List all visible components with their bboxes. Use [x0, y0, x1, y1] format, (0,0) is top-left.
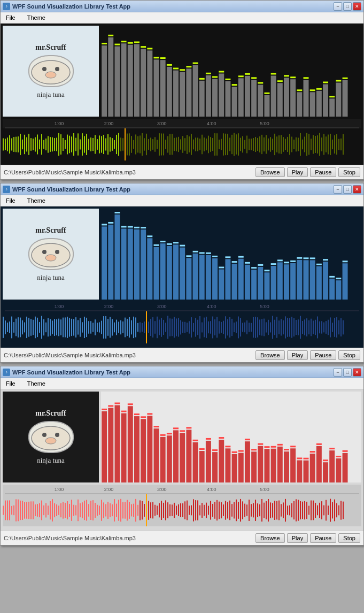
svg-rect-62	[290, 79, 296, 117]
svg-rect-695	[253, 503, 254, 518]
close-button-2[interactable]: ✕	[353, 185, 361, 194]
svg-rect-524	[193, 442, 198, 482]
browse-button-1[interactable]: Browse	[255, 167, 285, 177]
svg-rect-197	[240, 138, 241, 151]
svg-rect-682	[225, 501, 226, 519]
browse-button-3[interactable]: Browse	[255, 533, 285, 543]
svg-rect-586	[20, 501, 21, 520]
svg-rect-342	[24, 323, 25, 333]
play-button-2[interactable]: Play	[287, 350, 308, 360]
svg-text:5:00: 5:00	[260, 304, 269, 309]
svg-rect-165	[172, 134, 173, 155]
svg-rect-392	[131, 320, 132, 335]
svg-rect-405	[159, 320, 160, 335]
svg-rect-116	[67, 135, 68, 155]
waveform-1[interactable]	[3, 128, 361, 160]
file-menu-1[interactable]: File	[3, 13, 19, 22]
svg-rect-587	[22, 501, 23, 520]
svg-rect-266	[154, 247, 159, 300]
stop-button-2[interactable]: Stop	[338, 350, 360, 360]
file-menu-3[interactable]: File	[3, 379, 19, 388]
svg-rect-15	[134, 41, 140, 43]
svg-rect-335	[9, 321, 10, 333]
svg-rect-370	[84, 317, 85, 338]
svg-rect-689	[240, 499, 241, 522]
svg-rect-114	[63, 138, 64, 151]
maximize-button-2[interactable]: □	[343, 185, 352, 194]
svg-rect-308	[290, 263, 296, 300]
svg-rect-118	[71, 136, 72, 152]
svg-rect-190	[225, 134, 226, 155]
svg-rect-236	[323, 134, 324, 155]
svg-rect-626	[105, 504, 106, 516]
svg-point-249	[45, 255, 56, 261]
svg-rect-534	[225, 448, 230, 482]
svg-rect-422	[195, 318, 196, 336]
svg-rect-521	[180, 430, 185, 432]
close-button-1[interactable]: ✕	[353, 2, 361, 11]
svg-rect-279	[193, 251, 198, 252]
minimize-button-1[interactable]: −	[334, 2, 342, 11]
svg-rect-554	[290, 448, 296, 482]
waveform-2[interactable]	[3, 311, 361, 343]
svg-rect-41	[219, 71, 224, 72]
svg-rect-160	[161, 133, 162, 155]
file-menu-2[interactable]: File	[3, 196, 19, 205]
svg-rect-144	[127, 134, 128, 156]
svg-rect-354	[50, 319, 51, 335]
svg-rect-147	[133, 140, 134, 149]
theme-menu-3[interactable]: Theme	[24, 379, 49, 388]
svg-rect-551	[277, 444, 283, 446]
svg-rect-60	[284, 78, 289, 117]
svg-rect-677	[214, 502, 215, 519]
svg-rect-185	[214, 133, 215, 156]
svg-rect-462	[281, 319, 282, 335]
svg-rect-22	[160, 60, 166, 117]
album-art-2: mr.Scruff ninja tuna	[3, 209, 99, 300]
svg-rect-198	[242, 136, 243, 153]
minimize-button-2[interactable]: −	[334, 185, 342, 194]
waveform-3[interactable]	[3, 494, 361, 526]
theme-menu-1[interactable]: Theme	[24, 13, 49, 22]
svg-rect-131	[99, 135, 100, 153]
pause-button-2[interactable]: Pause	[310, 350, 336, 360]
pause-button-3[interactable]: Pause	[310, 533, 336, 543]
maximize-button-1[interactable]: □	[343, 2, 352, 11]
play-button-1[interactable]: Play	[287, 167, 308, 177]
svg-rect-377	[99, 322, 100, 332]
svg-rect-436	[225, 316, 226, 338]
svg-rect-223	[296, 137, 297, 151]
svg-rect-188	[221, 139, 222, 150]
pause-button-1[interactable]: Pause	[310, 167, 336, 177]
svg-rect-686	[234, 502, 235, 519]
stop-button-1[interactable]: Stop	[338, 167, 360, 177]
svg-rect-152	[144, 138, 145, 150]
svg-rect-419	[189, 321, 190, 333]
theme-menu-2[interactable]: Theme	[24, 196, 49, 205]
play-button-3[interactable]: Play	[287, 533, 308, 543]
minimize-button-3[interactable]: −	[334, 368, 342, 377]
svg-rect-26	[173, 71, 179, 117]
maximize-button-3[interactable]: □	[343, 368, 352, 377]
svg-rect-350	[41, 316, 42, 339]
svg-rect-123	[82, 133, 83, 156]
svg-point-3	[45, 72, 56, 78]
svg-rect-220	[289, 134, 290, 155]
svg-rect-502	[121, 413, 127, 482]
svg-rect-724	[315, 503, 316, 518]
svg-rect-696	[255, 500, 256, 521]
svg-rect-110	[54, 138, 55, 151]
svg-rect-107	[48, 136, 49, 152]
close-button-3[interactable]: ✕	[353, 368, 361, 377]
svg-rect-639	[133, 504, 134, 517]
svg-rect-149	[137, 136, 138, 153]
svg-rect-564	[323, 462, 328, 482]
svg-rect-50	[251, 80, 257, 117]
svg-text:2:00: 2:00	[104, 304, 114, 309]
svg-rect-674	[208, 506, 209, 515]
playhead-3	[146, 494, 147, 526]
stop-button-3[interactable]: Stop	[338, 533, 360, 543]
browse-button-2[interactable]: Browse	[255, 350, 285, 360]
svg-rect-621	[95, 503, 96, 518]
svg-rect-179	[202, 135, 203, 155]
